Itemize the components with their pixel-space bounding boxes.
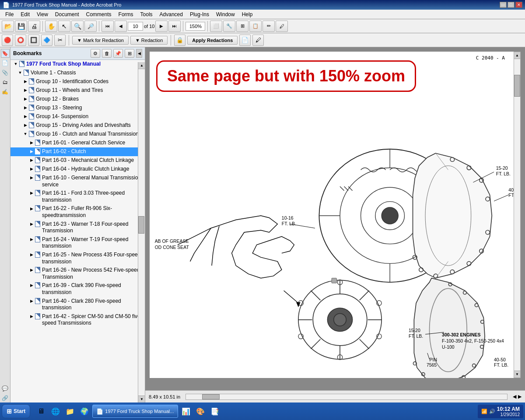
- bookmark-item-p1639[interactable]: ▶ Part 16-39 - Clark 390 Five-speed tran…: [10, 281, 145, 297]
- sidebar-scrollbar[interactable]: ▲ ▼: [138, 62, 145, 402]
- toolbar-btn-5[interactable]: ✏: [262, 21, 275, 32]
- toolbar-btn-4[interactable]: 📋: [249, 21, 262, 32]
- scroll-up-btn[interactable]: ▲: [138, 62, 145, 69]
- taskbar-icon-excel[interactable]: 📊: [179, 405, 192, 418]
- apply-redactions-button[interactable]: Apply Redactions: [187, 36, 238, 45]
- print-button[interactable]: 🖨: [28, 21, 40, 32]
- taskbar-icon-folder[interactable]: 📁: [63, 405, 77, 418]
- maximize-button[interactable]: □: [508, 2, 514, 8]
- bookmark-item-p1602[interactable]: ▶ Part 16-02 - Clutch: [10, 147, 145, 156]
- expand-g12[interactable]: ▶: [22, 96, 29, 103]
- bookmark-item-p1601[interactable]: ▶ Part 16-01 - General Clutch Service: [10, 139, 145, 147]
- bookmark-item-p1610[interactable]: ▶ Part 16-10 - General Manual Transmissi…: [10, 174, 145, 189]
- nav-icon-bookmarks[interactable]: 🔖: [1, 49, 10, 58]
- expand-p1610[interactable]: ▶: [28, 175, 35, 182]
- taskbar-icon-acrobat2[interactable]: 📑: [208, 405, 221, 418]
- menu-advanced[interactable]: Advanced: [156, 10, 186, 19]
- bookmark-item-g15[interactable]: ▶ Group 15 - Driving Axles and Driveshaf…: [10, 121, 145, 130]
- redact-tool-4[interactable]: 🔷: [41, 35, 52, 46]
- toolbar-btn-3[interactable]: ⊞: [236, 21, 248, 32]
- doc-scrollbar-h[interactable]: [186, 394, 508, 400]
- expand-p1626[interactable]: ▶: [28, 267, 35, 274]
- zoom-out-button[interactable]: 🔎: [84, 21, 97, 32]
- redact-tool-2[interactable]: ⭕: [15, 35, 26, 46]
- bookmark-item-p1624[interactable]: ▶ Part 16-24 - Warner T-19 Four-speed tr…: [10, 235, 145, 251]
- start-button[interactable]: ⊞ Start: [2, 404, 30, 418]
- menu-forms[interactable]: Forms: [115, 10, 137, 19]
- expand-p1622[interactable]: ▶: [28, 205, 35, 212]
- bookmark-item-p1640[interactable]: ▶ Part 16-40 - Clark 280 Five-speed tran…: [10, 297, 145, 312]
- nav-icon-links[interactable]: 🔗: [1, 394, 10, 402]
- redact-extra-1[interactable]: 📄: [239, 35, 251, 46]
- hand-tool-button[interactable]: ✋: [45, 21, 57, 32]
- minimize-button[interactable]: —: [500, 2, 507, 8]
- expand-g11[interactable]: ▶: [22, 87, 29, 94]
- taskbar-icon-ie2[interactable]: 🌐: [49, 405, 62, 418]
- redact-tool-3[interactable]: 🔲: [28, 35, 39, 46]
- expand-p1624[interactable]: ▶: [28, 236, 35, 243]
- bookmark-new-btn[interactable]: 📌: [113, 49, 123, 58]
- mark-redaction-button[interactable]: ▼ Mark for Redaction: [72, 36, 129, 45]
- redact-extra-2[interactable]: 🖊: [252, 35, 264, 46]
- bookmark-options-btn[interactable]: ⚙: [91, 49, 100, 58]
- bookmark-item-p1623[interactable]: ▶ Part 16-23 - Warner T-18 Four-speed Tr…: [10, 220, 145, 235]
- redaction-dropdown-button[interactable]: ▼ Redaction: [130, 36, 168, 45]
- doc-scroll-up[interactable]: ▲: [514, 52, 520, 59]
- taskbar-icon-photoshop[interactable]: 🎨: [194, 405, 207, 418]
- page-number-input[interactable]: 10: [128, 22, 143, 31]
- nav-icon-layers[interactable]: 🗂: [1, 78, 10, 87]
- scroll-thumb-v[interactable]: [138, 216, 144, 234]
- prev-page-button[interactable]: ◀: [115, 21, 127, 32]
- menu-file[interactable]: File: [2, 10, 17, 19]
- bookmark-item-p1622[interactable]: ▶ Part 16-22 - Fuller Rt-906 Six-speedtr…: [10, 204, 145, 220]
- save-button[interactable]: 💾: [15, 21, 27, 32]
- doc-scrollbar-v[interactable]: ▲ ▼: [514, 52, 521, 378]
- menu-view[interactable]: View: [33, 10, 52, 19]
- expand-g15[interactable]: ▶: [22, 122, 29, 129]
- bookmark-item-vol1[interactable]: ▼ Volume 1 - Chassis: [10, 69, 145, 77]
- expand-root[interactable]: ▼: [12, 61, 19, 68]
- scroll-left-btn[interactable]: ◀: [513, 394, 516, 399]
- apply-redact-icon[interactable]: 🔒: [174, 35, 186, 46]
- bookmark-item-p1642[interactable]: ▶ Part 16-42 - Spicer CM-50 and CM-50 fi…: [10, 312, 145, 328]
- open-button[interactable]: 📂: [2, 21, 14, 32]
- redact-tool-5[interactable]: ✂: [54, 35, 66, 46]
- expand-p1623[interactable]: ▶: [28, 221, 35, 228]
- nav-icon-attachments[interactable]: 📎: [1, 68, 10, 77]
- bookmark-item-p1625[interactable]: ▶ Part 16-25 - New Process 435 Four-spee…: [10, 251, 145, 266]
- menu-comments[interactable]: Comments: [83, 10, 115, 19]
- bookmark-delete-btn[interactable]: 🗑: [102, 49, 112, 58]
- scroll-right-btn[interactable]: ▶: [518, 394, 522, 399]
- expand-p1642[interactable]: ▶: [28, 313, 35, 320]
- expand-p1604[interactable]: ▶: [28, 166, 35, 173]
- doc-scroll-thumb[interactable]: [514, 75, 520, 97]
- taskbar-icon-globe[interactable]: 🌍: [78, 405, 91, 418]
- nav-icon-comments[interactable]: 💬: [1, 384, 10, 393]
- bookmark-item-g11[interactable]: ▶ Group 11 - Wheels and Tires: [10, 86, 145, 95]
- expand-p1640[interactable]: ▶: [28, 298, 35, 305]
- taskbar-acrobat-item[interactable]: 📄 1977 Ford Truck Shop Manual...: [92, 405, 178, 418]
- next-page-button[interactable]: ▶: [155, 21, 168, 32]
- first-page-button[interactable]: ⏮: [102, 21, 114, 32]
- bookmark-item-g10[interactable]: ▶ Group 10 - Identification Codes: [10, 77, 145, 86]
- bookmark-item-g13[interactable]: ▶ Group 13 - Steering: [10, 104, 145, 112]
- bookmark-item-p1604[interactable]: ▶ Part 16-04 - Hydraulic Clutch Linkage: [10, 165, 145, 174]
- expand-g16[interactable]: ▼: [22, 131, 29, 138]
- doc-scroll-down[interactable]: ▼: [514, 371, 520, 378]
- menu-help[interactable]: Help: [238, 10, 256, 19]
- expand-p1639[interactable]: ▶: [28, 282, 35, 289]
- toolbar-btn-1[interactable]: ⬜: [210, 21, 222, 32]
- sidebar-collapse-btn[interactable]: ◀: [136, 49, 142, 58]
- expand-p1625[interactable]: ▶: [28, 252, 35, 259]
- doc-scroll-thumb-h[interactable]: [202, 394, 220, 399]
- zoom-in-button[interactable]: 🔍: [71, 21, 84, 32]
- menu-document[interactable]: Document: [52, 10, 83, 19]
- select-tool-button[interactable]: ↖: [58, 21, 70, 32]
- close-button[interactable]: ✕: [515, 2, 522, 8]
- zoom-input[interactable]: [186, 22, 205, 31]
- expand-p1603[interactable]: ▶: [28, 157, 35, 164]
- expand-g14[interactable]: ▶: [22, 113, 29, 120]
- bookmark-item-p1611[interactable]: ▶ Part 16-11 - Ford 3.03 Three-speed tra…: [10, 189, 145, 204]
- bookmark-item-p1626[interactable]: ▶ Part 16-26 - New Process 542 Five-spee…: [10, 266, 145, 281]
- menu-window[interactable]: Window: [213, 10, 238, 19]
